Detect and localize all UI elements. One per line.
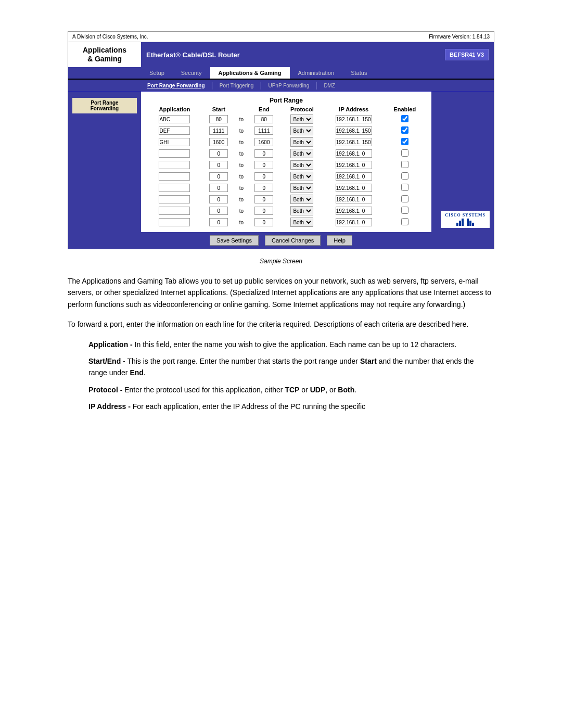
router-product: Etherfast® Cable/DSL Router BEFSR41 V3 bbox=[141, 49, 494, 60]
ip-address-input[interactable] bbox=[336, 161, 372, 169]
subnav-port-triggering[interactable]: Port Triggering bbox=[213, 82, 260, 90]
protocol-select[interactable]: BothTCPUDP bbox=[290, 137, 313, 147]
section-protocol: Protocol - Enter the protocol used for t… bbox=[88, 384, 494, 395]
nav-tabs-row: Setup Security Applications & Gaming Adm… bbox=[68, 67, 494, 80]
end-port-input[interactable] bbox=[254, 184, 273, 192]
protocol-period: . bbox=[354, 386, 356, 394]
application-input[interactable] bbox=[159, 126, 190, 135]
application-input[interactable] bbox=[159, 149, 190, 158]
enabled-checkbox[interactable] bbox=[401, 161, 408, 168]
enabled-checkbox[interactable] bbox=[401, 138, 408, 145]
application-input[interactable] bbox=[159, 184, 190, 192]
protocol-tcp: TCP bbox=[285, 386, 299, 394]
protocol-select[interactable]: BothTCPUDP bbox=[290, 195, 313, 204]
section-application: Application - In this field, enter the n… bbox=[88, 339, 494, 350]
protocol-select[interactable]: BothTCPUDP bbox=[290, 172, 313, 181]
ip-address-input[interactable] bbox=[336, 149, 372, 158]
start-port-input[interactable] bbox=[209, 115, 228, 123]
protocol-select[interactable]: BothTCPUDP bbox=[290, 206, 313, 215]
end-port-input[interactable] bbox=[254, 115, 273, 123]
protocol-select[interactable]: BothTCPUDP bbox=[290, 114, 313, 124]
firmware-version: Firmware Version: 1.84.13 bbox=[429, 34, 490, 40]
router-header: Applications & Gaming Etherfast® Cable/D… bbox=[68, 42, 494, 67]
enabled-checkbox[interactable] bbox=[401, 115, 408, 122]
ip-address-input[interactable] bbox=[336, 207, 372, 215]
end-port-input[interactable] bbox=[254, 207, 273, 215]
protocol-select[interactable]: BothTCPUDP bbox=[290, 160, 313, 170]
start-port-input[interactable] bbox=[209, 218, 228, 226]
enabled-checkbox[interactable] bbox=[401, 149, 408, 157]
application-input[interactable] bbox=[159, 161, 190, 169]
cisco-bar-1 bbox=[456, 223, 458, 226]
ip-address-input[interactable] bbox=[336, 115, 372, 123]
col-header-ip: IP Address bbox=[323, 105, 384, 113]
enabled-checkbox[interactable] bbox=[401, 207, 408, 214]
enabled-checkbox[interactable] bbox=[401, 218, 408, 225]
application-input[interactable] bbox=[159, 115, 190, 123]
end-port-input[interactable] bbox=[254, 161, 273, 169]
right-panel: CISCO SYSTEMS bbox=[431, 92, 494, 232]
protocol-or2: , or bbox=[325, 386, 338, 394]
cancel-changes-button[interactable]: Cancel Changes bbox=[265, 235, 321, 246]
save-settings-button[interactable]: Save Settings bbox=[210, 235, 259, 246]
subnav-port-range-forwarding[interactable]: Port Range Forwarding bbox=[141, 82, 211, 90]
ip-address-input[interactable] bbox=[336, 126, 372, 135]
start-port-input[interactable] bbox=[209, 138, 228, 146]
to-label: to bbox=[236, 216, 247, 228]
tab-administration[interactable]: Administration bbox=[290, 67, 343, 79]
end-port-input[interactable] bbox=[254, 195, 273, 203]
help-button[interactable]: Help bbox=[327, 235, 352, 246]
end-port-input[interactable] bbox=[254, 149, 273, 158]
tab-security[interactable]: Security bbox=[173, 67, 210, 79]
start-port-input[interactable] bbox=[209, 126, 228, 135]
ip-address-input[interactable] bbox=[336, 138, 372, 146]
brand-title: Applications & Gaming bbox=[83, 46, 126, 63]
to-label: to bbox=[236, 205, 247, 216]
application-input[interactable] bbox=[159, 195, 190, 203]
application-input[interactable] bbox=[159, 218, 190, 226]
start-port-input[interactable] bbox=[209, 207, 228, 215]
application-input[interactable] bbox=[159, 138, 190, 146]
start-port-input[interactable] bbox=[209, 195, 228, 203]
protocol-select[interactable]: BothTCPUDP bbox=[290, 149, 313, 158]
application-input[interactable] bbox=[159, 172, 190, 181]
enabled-checkbox[interactable] bbox=[401, 184, 408, 191]
enabled-checkbox[interactable] bbox=[401, 172, 408, 180]
application-input[interactable] bbox=[159, 207, 190, 215]
tab-applications-gaming[interactable]: Applications & Gaming bbox=[210, 67, 290, 79]
application-desc: In this field, enter the name you wish t… bbox=[133, 340, 457, 349]
start-port-input[interactable] bbox=[209, 161, 228, 169]
end-port-input[interactable] bbox=[254, 172, 273, 181]
ip-address-input[interactable] bbox=[336, 172, 372, 181]
cisco-text: CISCO SYSTEMS bbox=[445, 213, 486, 218]
end-port-input[interactable] bbox=[254, 138, 273, 146]
protocol-select[interactable]: BothTCPUDP bbox=[290, 126, 313, 135]
left-sidebar: Port Range Forwarding bbox=[68, 92, 141, 232]
enabled-checkbox[interactable] bbox=[401, 195, 408, 202]
col-header-application: Application bbox=[147, 105, 202, 113]
ip-term: IP Address - bbox=[88, 402, 131, 411]
table-row: toBothTCPUDP bbox=[147, 125, 425, 136]
protocol-select[interactable]: BothTCPUDP bbox=[290, 183, 313, 193]
tab-status[interactable]: Status bbox=[342, 67, 375, 79]
start-port-input[interactable] bbox=[209, 184, 228, 192]
startend-start-bold: Start bbox=[360, 357, 377, 365]
ip-address-input[interactable] bbox=[336, 218, 372, 226]
ip-address-input[interactable] bbox=[336, 184, 372, 192]
startend-term: Start/End - bbox=[88, 357, 125, 365]
end-port-input[interactable] bbox=[254, 126, 273, 135]
subnav-upnp-forwarding[interactable]: UPnP Forwarding bbox=[262, 82, 315, 90]
start-port-input[interactable] bbox=[209, 172, 228, 181]
sidebar-port-range-forwarding[interactable]: Port Range Forwarding bbox=[72, 98, 137, 113]
ip-address-input[interactable] bbox=[336, 195, 372, 203]
subnav-dmz[interactable]: DMZ bbox=[317, 82, 341, 90]
body-paragraph-2: To forward a port, enter the information… bbox=[68, 318, 494, 330]
cisco-logo-area: CISCO SYSTEMS bbox=[441, 211, 490, 228]
enabled-checkbox[interactable] bbox=[401, 126, 408, 134]
start-port-input[interactable] bbox=[209, 149, 228, 158]
to-label: to bbox=[236, 148, 247, 159]
protocol-select[interactable]: BothTCPUDP bbox=[290, 218, 313, 227]
tab-setup[interactable]: Setup bbox=[141, 67, 173, 79]
end-port-input[interactable] bbox=[254, 218, 273, 226]
cisco-bars bbox=[456, 219, 474, 226]
